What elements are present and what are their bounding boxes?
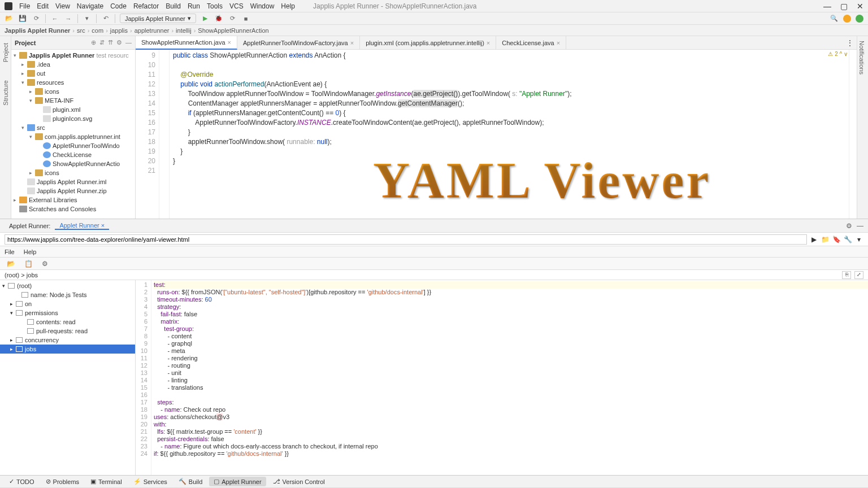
- build-icon[interactable]: ▾: [83, 14, 92, 23]
- close-icon[interactable]: ✕: [857, 2, 863, 11]
- folder-icon[interactable]: 📁: [821, 236, 830, 243]
- yaml-tree[interactable]: ▾(root) name: Node.js Tests ▸on ▾permiss…: [0, 280, 136, 475]
- rail-notifications[interactable]: Notifications: [857, 36, 866, 79]
- breadcrumb-item[interactable]: intellij: [176, 27, 192, 34]
- breadcrumb-item[interactable]: japplis: [110, 27, 128, 34]
- yaml-content[interactable]: test: runs-on: ${{ fromJSON('["ubuntu-la…: [151, 280, 868, 475]
- refresh-icon[interactable]: ⟳: [32, 14, 41, 23]
- project-tree[interactable]: ▾Japplis Applet Runner test resourc ▸.id…: [11, 50, 135, 219]
- tab-build[interactable]: 🔨 Build: [174, 477, 207, 486]
- close-icon[interactable]: ×: [101, 222, 105, 229]
- applet-url-bar: ▶ 📁 🔖 🔧 ▾: [0, 233, 868, 246]
- tab-version-control[interactable]: ⎇ Version Control: [268, 477, 329, 486]
- breadcrumb-item[interactable]: src: [77, 27, 85, 34]
- close-icon[interactable]: ×: [228, 39, 231, 46]
- tab-problems[interactable]: ⊘ Problems: [41, 477, 84, 486]
- inspection-badge[interactable]: ⚠ 2 ^ ∨: [828, 51, 848, 57]
- notification-badge[interactable]: [843, 15, 851, 23]
- editor-tabs: ShowAppletRunnerAction.java× AppletRunne…: [136, 36, 857, 50]
- error-stripe[interactable]: [849, 50, 857, 219]
- clipboard-icon[interactable]: 📋: [24, 260, 33, 268]
- tab-services[interactable]: ⚡ Services: [129, 477, 172, 486]
- forward-icon[interactable]: →: [64, 14, 73, 23]
- expand-icon[interactable]: ⇵: [99, 39, 105, 46]
- titlebar: File Edit View Navigate Code Refactor Bu…: [0, 0, 868, 12]
- gear-icon[interactable]: ⚙: [116, 39, 122, 46]
- menu-view[interactable]: View: [55, 2, 70, 10]
- menu-navigate[interactable]: Navigate: [77, 2, 103, 10]
- tab-factory[interactable]: AppletRunnerToolWindowFactory.java×: [237, 36, 360, 50]
- menu-refactor[interactable]: Refactor: [133, 2, 159, 10]
- tab-showapplet[interactable]: ShowAppletRunnerAction.java×: [136, 36, 237, 50]
- code-content[interactable]: public class ShowAppletRunnerAction exte…: [170, 50, 849, 219]
- chevron-down-icon: ▾: [188, 15, 191, 22]
- menu-tools[interactable]: Tools: [207, 2, 223, 10]
- stop-icon[interactable]: ■: [241, 14, 250, 23]
- code-editor[interactable]: 9101112131415161718192021 public class S…: [136, 50, 857, 219]
- menu-run[interactable]: Run: [188, 2, 200, 10]
- applet-iconbar: 📂 📋 ⚙: [0, 258, 868, 270]
- applet-menubar: File Help: [0, 246, 868, 258]
- rail-project[interactable]: Project: [2, 41, 9, 64]
- tab-terminal[interactable]: ▣ Terminal: [86, 477, 127, 486]
- tab-applet-runner[interactable]: ▢ Applet Runner: [209, 477, 266, 486]
- play-icon[interactable]: ▶: [809, 236, 818, 243]
- yaml-node-jobs: ▸jobs: [0, 345, 135, 354]
- menu-file[interactable]: File: [19, 2, 30, 10]
- menu-help[interactable]: Help: [281, 2, 295, 10]
- rail-structure[interactable]: Structure: [2, 78, 9, 108]
- applet-title: Applet Runner:: [5, 223, 55, 229]
- debug-icon[interactable]: 🐞: [214, 14, 223, 23]
- applet-menu-help[interactable]: Help: [24, 249, 37, 255]
- run-icon[interactable]: ▶: [201, 14, 210, 23]
- maximize-icon[interactable]: ▢: [840, 2, 848, 11]
- close-icon[interactable]: ×: [350, 40, 354, 46]
- undo-icon[interactable]: ↶: [101, 14, 110, 23]
- app-logo: [5, 2, 12, 10]
- expand-icon[interactable]: ⤢: [854, 271, 863, 279]
- close-icon[interactable]: ×: [557, 40, 560, 46]
- breadcrumb-item[interactable]: appletrunner: [134, 27, 170, 34]
- coverage-icon[interactable]: ⟳: [228, 14, 237, 23]
- run-config-label: Japplis Applet Runner: [125, 15, 185, 22]
- breadcrumb-item[interactable]: com: [92, 27, 103, 34]
- menu-build[interactable]: Build: [166, 2, 181, 10]
- menu-code[interactable]: Code: [110, 2, 127, 10]
- search-icon[interactable]: 🔍: [830, 14, 839, 23]
- applet-menu-file[interactable]: File: [5, 249, 15, 255]
- breadcrumb-item[interactable]: ShowAppletRunnerAction: [198, 27, 268, 34]
- gear-icon[interactable]: ⚙: [846, 222, 852, 230]
- tab-todo[interactable]: ✓ TODO: [5, 477, 39, 486]
- copy-icon[interactable]: ⎘: [842, 271, 851, 279]
- applet-breadcrumb: (root) > jobs ⎘ ⤢: [0, 270, 868, 280]
- back-icon[interactable]: ←: [50, 14, 59, 23]
- collapse-icon[interactable]: ⇈: [108, 39, 113, 46]
- minimize-icon[interactable]: —: [823, 2, 831, 11]
- url-input[interactable]: [5, 234, 807, 245]
- menu-window[interactable]: Window: [250, 2, 275, 10]
- breadcrumb-item[interactable]: Japplis Applet Runner: [5, 27, 70, 34]
- menu-vcs[interactable]: VCS: [229, 2, 244, 10]
- close-icon[interactable]: ×: [487, 40, 490, 46]
- open-folder-icon[interactable]: 📂: [7, 260, 15, 268]
- chevron-down-icon[interactable]: ▾: [854, 236, 863, 243]
- menu-edit[interactable]: Edit: [37, 2, 49, 10]
- open-icon[interactable]: 📂: [5, 14, 14, 23]
- locate-icon[interactable]: ⊕: [91, 39, 96, 46]
- applet-tab[interactable]: Applet Runner ×: [55, 222, 109, 230]
- more-icon[interactable]: ⋮: [847, 39, 853, 47]
- hide-icon[interactable]: —: [125, 39, 132, 46]
- bookmark-icon[interactable]: 🔖: [832, 236, 841, 243]
- tab-plugin[interactable]: plugin.xml (com.japplis.appletrunner.int…: [360, 36, 496, 50]
- editor-area: ShowAppletRunnerAction.java× AppletRunne…: [136, 36, 857, 219]
- run-config-selector[interactable]: Japplis Applet Runner ▾: [120, 14, 196, 23]
- right-tool-rail: Notifications: [857, 36, 868, 219]
- applet-runner-panel: Applet Runner: Applet Runner × ⚙ — ▶ 📁 🔖…: [0, 219, 868, 475]
- yaml-editor[interactable]: 123456789101112131415161718192021222324 …: [136, 280, 868, 475]
- wrench-icon[interactable]: 🔧: [843, 236, 852, 243]
- hide-icon[interactable]: —: [857, 222, 863, 230]
- save-icon[interactable]: 💾: [18, 14, 27, 23]
- tab-checklicense[interactable]: CheckLicense.java×: [496, 36, 566, 50]
- settings-icon[interactable]: ⚙: [42, 260, 48, 268]
- status-badge[interactable]: [856, 15, 863, 23]
